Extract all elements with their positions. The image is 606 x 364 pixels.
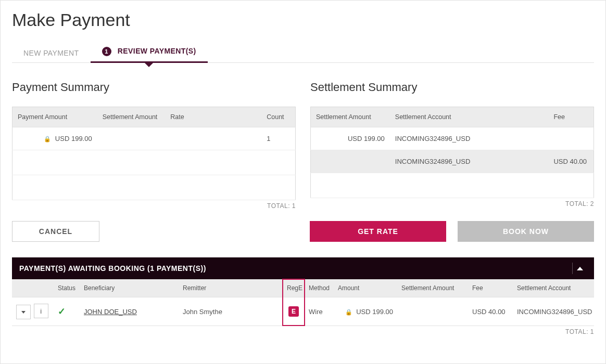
row-info-button[interactable]: i: [34, 304, 48, 318]
method-value: Wire: [305, 297, 334, 326]
fee-value: USD 40.00: [468, 297, 513, 326]
tab-review-label: REVIEW PAYMENT(S): [118, 47, 196, 55]
awaiting-header-bar: PAYMENT(S) AWAITING BOOKING (1 PAYMENT(S…: [12, 257, 594, 279]
action-bar: CANCEL GET RATE BOOK NOW: [12, 221, 594, 242]
col-settle-account2: Settlement Account: [513, 279, 594, 297]
caret-up-icon: [577, 267, 583, 270]
settle-account-value: INCOMING324896_USD: [513, 297, 594, 326]
book-now-button[interactable]: BOOK NOW: [458, 221, 594, 242]
table-row: INCOMING324896_USD USD 40.00: [311, 150, 594, 173]
settle-amount-1: [311, 150, 390, 173]
remitter-value: John Smythe: [179, 297, 283, 326]
settle-account-1: INCOMING324896_USD: [390, 150, 549, 173]
amount-value: USD 199.00: [356, 308, 393, 316]
col-settlement-amount: Settlement Amount: [97, 107, 166, 127]
tabs: NEW PAYMENT 1 REVIEW PAYMENT(S): [12, 42, 594, 63]
col-rege: RegE: [283, 279, 305, 297]
tab-review-payments[interactable]: 1 REVIEW PAYMENT(S): [91, 42, 208, 63]
table-row: USD 199.00 INCOMING324896_USD: [311, 127, 594, 150]
col-remitter: Remitter: [179, 279, 283, 297]
col-fee: Fee: [548, 107, 594, 127]
get-rate-button[interactable]: GET RATE: [310, 221, 446, 242]
settlement-summary-title: Settlement Summary: [310, 81, 594, 94]
rate-value: [165, 127, 261, 150]
settlement-amount-value: [97, 127, 166, 150]
payment-summary-panel: Payment Summary Payment Amount Settlemen…: [12, 81, 296, 210]
col-settle-amount2: Settlement Amount: [397, 279, 468, 297]
awaiting-total: TOTAL: 1: [1, 328, 594, 335]
col-payment-amount: Payment Amount: [12, 107, 97, 127]
awaiting-header-text: PAYMENT(S) AWAITING BOOKING (1 PAYMENT(S…: [19, 264, 206, 272]
lock-icon: 🔒: [44, 136, 51, 142]
table-row: i ✓ JOHN DOE_USD John Smythe E Wire 🔒 US…: [12, 297, 594, 326]
caret-down-icon: [21, 311, 26, 314]
info-icon: i: [40, 307, 42, 315]
tab-review-badge: 1: [102, 47, 111, 56]
settle-fee-0: [548, 127, 594, 150]
page-title: Make Payment: [12, 10, 593, 30]
collapse-toggle[interactable]: [572, 263, 587, 274]
rege-badge: E: [288, 306, 299, 317]
payment-amount-value: USD 199.00: [55, 135, 92, 142]
settlement-summary-table: Settlement Amount Settlement Account Fee…: [310, 107, 594, 198]
row-menu-button[interactable]: [16, 305, 31, 319]
col-rate: Rate: [165, 107, 261, 127]
lock-icon: 🔒: [345, 309, 352, 315]
col-fee2: Fee: [468, 279, 513, 297]
settle-account-0: INCOMING324896_USD: [390, 127, 549, 150]
beneficiary-link[interactable]: JOHN DOE_USD: [84, 308, 137, 316]
payment-summary-total: TOTAL: 1: [12, 202, 296, 210]
tab-new-payment[interactable]: NEW PAYMENT: [12, 44, 91, 62]
col-count: Count: [261, 107, 295, 127]
settle-fee-1: USD 40.00: [548, 150, 594, 173]
table-row: 🔒 USD 199.00 1: [12, 127, 296, 150]
status-check-icon: ✓: [58, 306, 66, 317]
awaiting-table: Status Beneficiary Remitter RegE Method …: [12, 279, 594, 326]
col-status: Status: [54, 279, 80, 297]
col-method: Method: [305, 279, 334, 297]
payment-summary-title: Payment Summary: [12, 81, 296, 94]
col-actions: [12, 279, 54, 297]
count-value: 1: [261, 127, 295, 150]
col-settle-amount: Settlement Amount: [311, 107, 390, 127]
col-amount: Amount: [334, 279, 397, 297]
cancel-button[interactable]: CANCEL: [12, 221, 99, 242]
col-beneficiary: Beneficiary: [80, 279, 179, 297]
settlement-summary-total: TOTAL: 2: [310, 200, 594, 207]
payment-summary-table: Payment Amount Settlement Amount Rate Co…: [12, 107, 296, 200]
col-settle-account: Settlement Account: [390, 107, 549, 127]
tab-active-arrow-icon: [144, 62, 154, 67]
settle-amount-value: [397, 297, 468, 326]
settlement-summary-panel: Settlement Summary Settlement Amount Set…: [310, 81, 594, 210]
settle-amount-0: USD 199.00: [311, 127, 390, 150]
